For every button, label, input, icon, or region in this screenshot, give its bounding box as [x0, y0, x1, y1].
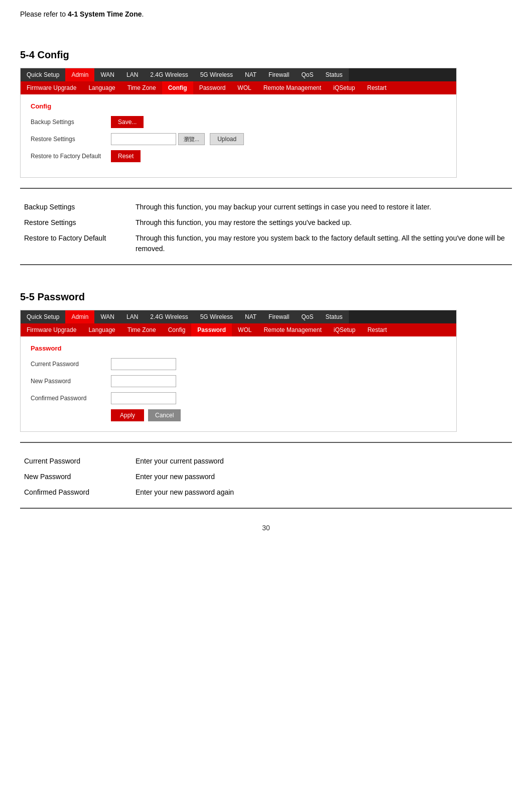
- nav-2g-wireless[interactable]: 2.4G Wireless: [144, 68, 194, 81]
- password-content: Password Current Password New Password C…: [21, 336, 456, 431]
- sub-remote[interactable]: Remote Management: [257, 81, 327, 94]
- nav-lan[interactable]: LAN: [120, 68, 144, 81]
- pw-sub-config[interactable]: Config: [162, 323, 192, 336]
- factory-default-row: Restore to Factory Default Reset: [31, 150, 446, 162]
- desc-new-pw: New Password Enter your new password: [21, 470, 511, 484]
- new-password-input[interactable]: [111, 375, 176, 387]
- config-desc-table: Backup Settings Through this function, y…: [20, 199, 512, 257]
- password-nav-sub: Firmware Upgrade Language Time Zone Conf…: [21, 323, 456, 336]
- desc-confirmed-pw-term: Confirmed Password: [21, 485, 131, 500]
- page-number: 30: [262, 524, 270, 532]
- confirmed-password-label: Confirmed Password: [31, 395, 111, 402]
- sub-firmware[interactable]: Firmware Upgrade: [21, 81, 82, 94]
- sub-iqsetup[interactable]: iQSetup: [327, 81, 361, 94]
- pw-nav-2g-wireless[interactable]: 2.4G Wireless: [144, 310, 194, 323]
- nav-firewall[interactable]: Firewall: [262, 68, 295, 81]
- backup-settings-row: Backup Settings Save...: [31, 116, 446, 128]
- apply-button[interactable]: Apply: [111, 409, 144, 421]
- desc-factory-desc: Through this function, you may restore y…: [132, 231, 511, 256]
- browse-button[interactable]: 瀏覽...: [178, 133, 205, 145]
- pw-sub-wol[interactable]: WOL: [232, 323, 257, 336]
- config-section-label: Config: [31, 102, 446, 110]
- pw-sub-restart[interactable]: Restart: [361, 323, 393, 336]
- current-password-label: Current Password: [31, 361, 111, 368]
- nav-status[interactable]: Status: [319, 68, 348, 81]
- save-button[interactable]: Save...: [111, 116, 144, 128]
- config-router-ui: Quick Setup Admin WAN LAN 2.4G Wireless …: [20, 68, 457, 178]
- restore-file-input[interactable]: [111, 133, 176, 145]
- desc-backup-desc: Through this function, you may backup yo…: [132, 200, 511, 214]
- desc-confirmed-pw-desc: Enter your new password again: [132, 485, 511, 500]
- pw-nav-admin[interactable]: Admin: [65, 310, 94, 323]
- config-hr-bottom: [20, 264, 512, 265]
- desc-current-pw-term: Current Password: [21, 454, 131, 469]
- section-config: 5-4 Config Quick Setup Admin WAN LAN 2.4…: [20, 49, 512, 265]
- desc-restore-desc: Through this function, you may restore t…: [132, 215, 511, 230]
- upload-button[interactable]: Upload: [210, 133, 244, 145]
- password-section-label: Password: [31, 345, 446, 352]
- sub-config[interactable]: Config: [162, 81, 193, 94]
- nav-qos[interactable]: QoS: [295, 68, 319, 81]
- desc-restore: Restore Settings Through this function, …: [21, 215, 511, 230]
- nav-wan[interactable]: WAN: [94, 68, 120, 81]
- restore-settings-label: Restore Settings: [31, 136, 111, 143]
- page-footer: 30: [20, 524, 512, 532]
- pw-nav-status[interactable]: Status: [319, 310, 348, 323]
- section-password-title: 5-5 Password: [20, 291, 512, 303]
- new-password-label: New Password: [31, 378, 111, 385]
- pw-sub-password[interactable]: Password: [191, 323, 232, 336]
- password-nav-top: Quick Setup Admin WAN LAN 2.4G Wireless …: [21, 310, 456, 323]
- restore-settings-row: Restore Settings 瀏覽... Upload: [31, 133, 446, 145]
- pw-sub-language[interactable]: Language: [82, 323, 121, 336]
- sub-timezone[interactable]: Time Zone: [121, 81, 162, 94]
- sub-wol[interactable]: WOL: [231, 81, 257, 94]
- desc-current-pw-desc: Enter your current password: [132, 454, 511, 469]
- factory-default-label: Restore to Factory Default: [31, 153, 111, 160]
- password-router-ui: Quick Setup Admin WAN LAN 2.4G Wireless …: [20, 310, 457, 432]
- desc-new-pw-desc: Enter your new password: [132, 470, 511, 484]
- desc-current-pw: Current Password Enter your current pass…: [21, 454, 511, 469]
- config-content: Config Backup Settings Save... Restore S…: [21, 94, 456, 177]
- config-nav-top: Quick Setup Admin WAN LAN 2.4G Wireless …: [21, 68, 456, 81]
- current-password-input[interactable]: [111, 358, 176, 370]
- confirmed-password-row: Confirmed Password: [31, 392, 446, 404]
- current-password-row: Current Password: [31, 358, 446, 370]
- confirmed-password-input[interactable]: [111, 392, 176, 404]
- section-password: 5-5 Password Quick Setup Admin WAN LAN 2…: [20, 291, 512, 509]
- nav-5g-wireless[interactable]: 5G Wireless: [194, 68, 239, 81]
- pw-nav-wan[interactable]: WAN: [94, 310, 120, 323]
- pw-sub-remote[interactable]: Remote Management: [257, 323, 327, 336]
- nav-quick-setup[interactable]: Quick Setup: [21, 68, 65, 81]
- intro-link: 4-1 System Time Zone: [68, 10, 142, 18]
- config-hr-top: [20, 188, 512, 189]
- desc-new-pw-term: New Password: [21, 470, 131, 484]
- sub-restart[interactable]: Restart: [361, 81, 392, 94]
- desc-backup: Backup Settings Through this function, y…: [21, 200, 511, 214]
- nav-nat[interactable]: NAT: [239, 68, 262, 81]
- pw-sub-iqsetup[interactable]: iQSetup: [328, 323, 361, 336]
- desc-backup-term: Backup Settings: [21, 200, 131, 214]
- pw-nav-firewall[interactable]: Firewall: [262, 310, 295, 323]
- pw-nav-qos[interactable]: QoS: [295, 310, 319, 323]
- desc-restore-term: Restore Settings: [21, 215, 131, 230]
- password-hr-top: [20, 442, 512, 443]
- pw-sub-timezone[interactable]: Time Zone: [121, 323, 162, 336]
- reset-button[interactable]: Reset: [111, 150, 141, 162]
- desc-confirmed-pw: Confirmed Password Enter your new passwo…: [21, 485, 511, 500]
- backup-settings-label: Backup Settings: [31, 119, 111, 126]
- pw-sub-firmware[interactable]: Firmware Upgrade: [21, 323, 82, 336]
- password-actions: Apply Cancel: [111, 409, 446, 421]
- pw-nav-lan[interactable]: LAN: [120, 310, 144, 323]
- sub-language[interactable]: Language: [82, 81, 121, 94]
- pw-nav-5g-wireless[interactable]: 5G Wireless: [194, 310, 239, 323]
- desc-factory-term: Restore to Factory Default: [21, 231, 131, 256]
- nav-admin[interactable]: Admin: [65, 68, 94, 81]
- config-nav-sub: Firmware Upgrade Language Time Zone Conf…: [21, 81, 456, 94]
- password-desc-table: Current Password Enter your current pass…: [20, 453, 512, 501]
- section-config-title: 5-4 Config: [20, 49, 512, 61]
- sub-password[interactable]: Password: [193, 81, 232, 94]
- intro-paragraph: Please refer to 4-1 System Time Zone.: [20, 10, 512, 18]
- pw-nav-nat[interactable]: NAT: [239, 310, 262, 323]
- pw-nav-quick-setup[interactable]: Quick Setup: [21, 310, 65, 323]
- cancel-button[interactable]: Cancel: [148, 409, 181, 421]
